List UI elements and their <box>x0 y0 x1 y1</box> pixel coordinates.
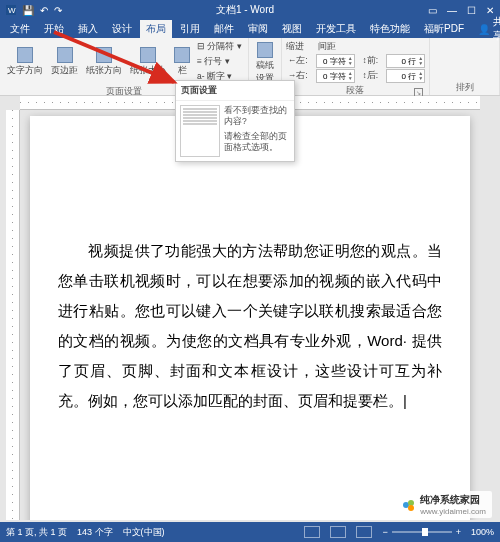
line-numbers-button[interactable]: ≡ 行号 ▾ <box>195 55 244 69</box>
page-setup-tooltip: 页面设置 看不到要查找的内容? 请检查全部的页面格式选项。 <box>175 80 295 162</box>
indent-heading: 缩进 <box>286 40 304 53</box>
tooltip-title: 页面设置 <box>176 81 294 101</box>
breaks-button[interactable]: ⊟ 分隔符 ▾ <box>195 40 244 54</box>
columns-button[interactable]: 栏 <box>171 45 193 79</box>
tab-review[interactable]: 审阅 <box>242 20 274 38</box>
tab-special[interactable]: 特色功能 <box>364 20 416 38</box>
spacing-before-input[interactable]: ▲▼ <box>386 54 425 68</box>
document-body[interactable]: 视频提供了功能强大的方法帮助您证明您的观点。当您单击联机视频时，可以在想要添加的… <box>58 236 442 416</box>
status-bar: 第 1 页, 共 1 页 143 个字 中文(中国) − + 100% <box>0 522 500 542</box>
text-direction-icon <box>17 47 33 63</box>
align-icon[interactable] <box>449 65 461 77</box>
watermark-logo-icon <box>402 498 416 512</box>
orientation-button[interactable]: 纸张方向 <box>83 45 125 79</box>
document-page[interactable]: 视频提供了功能强大的方法帮助您证明您的观点。当您单击联机视频时，可以在想要添加的… <box>30 116 470 520</box>
zoom-slider[interactable]: − + <box>382 527 461 537</box>
group-paragraph-label: 段落 <box>346 85 364 95</box>
size-label: 纸张大小 <box>130 64 166 77</box>
tab-references[interactable]: 引用 <box>174 20 206 38</box>
title-bar: W 💾 ↶ ↷ 文档1 - Word ▭ — ☐ ✕ <box>0 0 500 20</box>
position-icon[interactable] <box>434 43 446 55</box>
svg-point-5 <box>408 505 414 511</box>
share-icon: 👤 <box>478 24 490 35</box>
tab-view[interactable]: 视图 <box>276 20 308 38</box>
tab-devtools[interactable]: 开发工具 <box>310 20 362 38</box>
view-read-icon[interactable] <box>304 526 320 538</box>
close-icon[interactable]: ✕ <box>486 5 494 16</box>
qat-save-icon[interactable]: 💾 <box>22 5 34 16</box>
size-button[interactable]: 纸张大小 <box>127 45 169 79</box>
margins-icon <box>57 47 73 63</box>
ribbon-options-icon[interactable]: ▭ <box>428 5 437 16</box>
zoom-level[interactable]: 100% <box>471 527 494 537</box>
tab-layout[interactable]: 布局 <box>140 20 172 38</box>
tab-insert[interactable]: 插入 <box>72 20 104 38</box>
tab-home[interactable]: 开始 <box>38 20 70 38</box>
selection-pane-icon[interactable] <box>434 65 446 77</box>
qat-redo-icon[interactable]: ↷ <box>54 5 62 16</box>
breaks-label: 分隔符 <box>207 41 234 51</box>
margins-button[interactable]: 页边距 <box>48 45 81 79</box>
tab-design[interactable]: 设计 <box>106 20 138 38</box>
orientation-icon <box>96 47 112 63</box>
spacing-after-label: ↕后: <box>361 69 381 83</box>
bring-forward-icon[interactable] <box>464 43 476 55</box>
wrap-text-icon[interactable] <box>449 43 461 55</box>
qat-undo-icon[interactable]: ↶ <box>40 5 48 16</box>
line-numbers-label: 行号 <box>204 56 222 66</box>
status-language[interactable]: 中文(中国) <box>123 526 165 539</box>
margins-label: 页边距 <box>51 64 78 77</box>
document-title: 文档1 - Word <box>62 3 428 17</box>
spacing-before-label: ↕前: <box>361 54 381 68</box>
text-direction-label: 文字方向 <box>7 64 43 77</box>
group-paragraph: 缩进 间距 ←左: ▲▼ ↕前: ▲▼ →右: ▲▼ ↕后: ▲▼ 段落↘ <box>282 38 430 95</box>
group-arrange-label: 排列 <box>434 80 495 95</box>
zoom-out-icon[interactable]: − <box>382 527 387 537</box>
watermark: 纯净系统家园 www.yidaimei.com <box>396 491 492 518</box>
paper-setting-icon <box>257 42 273 58</box>
zoom-in-icon[interactable]: + <box>456 527 461 537</box>
send-backward-icon[interactable] <box>479 43 491 55</box>
text-direction-button[interactable]: 文字方向 <box>4 45 46 79</box>
orientation-label: 纸张方向 <box>86 64 122 77</box>
columns-label: 栏 <box>178 64 187 77</box>
spacing-heading: 间距 <box>318 40 336 53</box>
rotate-icon[interactable] <box>479 65 491 77</box>
vertical-ruler[interactable] <box>6 110 20 520</box>
tab-foxit[interactable]: 福昕PDF <box>418 20 470 38</box>
tab-file[interactable]: 文件 <box>4 20 36 38</box>
tab-mailings[interactable]: 邮件 <box>208 20 240 38</box>
word-app-icon: W <box>6 5 16 15</box>
spacing-after-input[interactable]: ▲▼ <box>386 69 425 83</box>
tooltip-text: 看不到要查找的内容? 请检查全部的页面格式选项。 <box>224 105 290 157</box>
svg-text:W: W <box>8 6 16 15</box>
indent-left-input[interactable]: ▲▼ <box>316 54 355 68</box>
tooltip-thumbnail-icon <box>180 105 220 157</box>
group-icon[interactable] <box>464 65 476 77</box>
watermark-url: www.yidaimei.com <box>420 507 486 516</box>
view-print-icon[interactable] <box>330 526 346 538</box>
status-words[interactable]: 143 个字 <box>77 526 113 539</box>
minimize-icon[interactable]: — <box>447 5 457 16</box>
status-page[interactable]: 第 1 页, 共 1 页 <box>6 526 67 539</box>
columns-icon <box>174 47 190 63</box>
group-page-setup-label: 页面设置 <box>106 86 142 96</box>
view-web-icon[interactable] <box>356 526 372 538</box>
size-icon <box>140 47 156 63</box>
ribbon-tabs: 文件 开始 插入 设计 布局 引用 邮件 审阅 视图 开发工具 特色功能 福昕P… <box>0 20 500 38</box>
watermark-name: 纯净系统家园 <box>420 493 486 507</box>
indent-right-input[interactable]: ▲▼ <box>316 69 355 83</box>
group-arrange: 排列 <box>430 38 500 95</box>
maximize-icon[interactable]: ☐ <box>467 5 476 16</box>
indent-left-label: ←左: <box>286 54 310 68</box>
